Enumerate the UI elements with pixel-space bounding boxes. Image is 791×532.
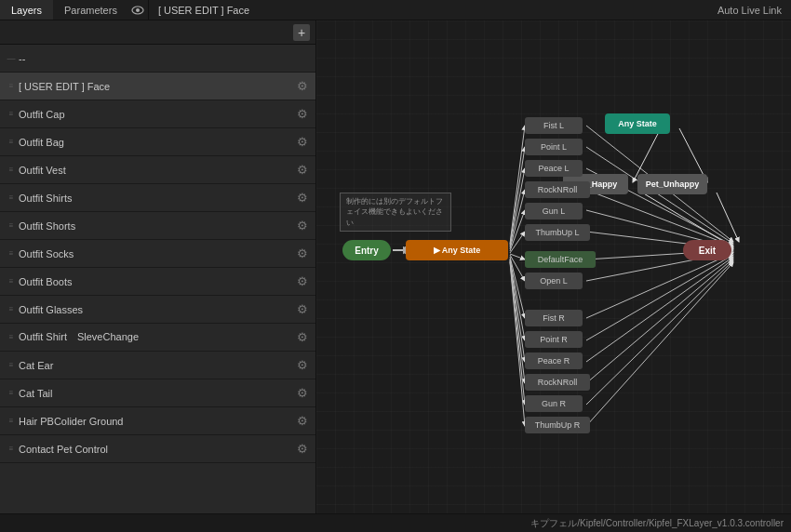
state-point-r[interactable]: Point R <box>525 331 583 348</box>
drag-handle: ≡ <box>7 268 15 295</box>
add-layer-button[interactable]: + <box>293 24 310 41</box>
gear-icon-face[interactable]: ⚙ <box>293 77 312 96</box>
state-rocknroll-r[interactable]: RockNRoll <box>525 374 590 391</box>
layer-name-outfit-vest: Outfit Vest <box>15 165 293 176</box>
drag-handle: ≡ <box>7 156 15 183</box>
svg-line-21 <box>586 190 733 246</box>
gear-icon-hair-pbcolider[interactable]: ⚙ <box>293 412 312 431</box>
drag-handle: ≡ <box>7 73 15 100</box>
drag-handle: ≡ <box>7 435 15 462</box>
gear-icon-outfit-bag[interactable]: ⚙ <box>293 133 312 152</box>
entry-node[interactable]: Entry <box>342 240 391 260</box>
gear-icon-outfit-socks[interactable]: ⚙ <box>293 245 312 263</box>
layer-name-hair-pbcolider: Hair PBColider Ground <box>15 416 293 427</box>
state-open-l[interactable]: Open L <box>525 273 583 289</box>
graph-title: [ USER EDIT ] Face <box>149 5 717 16</box>
state-block[interactable]: ▶ Any State <box>406 240 508 260</box>
svg-line-13 <box>510 259 525 340</box>
gear-icon-cat-tail[interactable]: ⚙ <box>293 384 312 403</box>
svg-line-31 <box>586 262 733 426</box>
state-rocknroll-l[interactable]: RockNRoll <box>525 181 590 198</box>
state-thumbup-r[interactable]: ThumbUp R <box>525 417 590 433</box>
drag-handle: ≡ <box>7 184 15 211</box>
state-gun-l[interactable]: Gun L <box>525 203 583 219</box>
top-bar: Layers Parameters [ USER EDIT ] Face Aut… <box>0 0 791 20</box>
tab-parameters[interactable]: Parameters <box>53 0 128 20</box>
drag-handle: ≡ <box>7 100 15 127</box>
gear-icon-outfit-glasses[interactable]: ⚙ <box>293 300 312 319</box>
auto-live-link[interactable]: Auto Live Link <box>717 5 791 16</box>
svg-point-1 <box>136 8 140 12</box>
layer-item-outfit-shirts[interactable]: ≡ Outfit Shirts ⚙ <box>0 184 315 212</box>
state-default-face[interactable]: DefaultFace <box>525 251 596 268</box>
sidebar: + — -- ≡ [ USER EDIT ] Face ⚙ ≡ Outfit C… <box>0 20 316 513</box>
gear-icon-outfit-vest[interactable]: ⚙ <box>293 161 312 180</box>
state-fist-l[interactable]: Fist L <box>525 117 583 134</box>
svg-line-26 <box>586 253 733 318</box>
drag-handle: — <box>7 54 15 63</box>
gear-icon-outfit-cap[interactable]: ⚙ <box>293 105 312 124</box>
layer-item-hair-pbcolider[interactable]: ≡ Hair PBColider Ground ⚙ <box>0 407 315 435</box>
gear-icon-contact-pet[interactable]: ⚙ <box>293 440 312 459</box>
layer-name-contact-pet: Contact Pet Control <box>15 444 293 455</box>
sidebar-toolbar: + <box>0 20 315 45</box>
drag-handle: ≡ <box>7 240 15 267</box>
layer-name-outfit-shorts: Outfit Shorts <box>15 220 293 232</box>
drag-handle: ≡ <box>7 352 15 379</box>
svg-line-27 <box>586 255 733 340</box>
drag-handle: ≡ <box>7 128 15 155</box>
eye-icon[interactable] <box>128 0 149 20</box>
layer-list: — -- ≡ [ USER EDIT ] Face ⚙ ≡ Outfit Cap… <box>0 45 315 513</box>
layer-name-outfit-shirts: Outfit Shirts <box>15 193 293 204</box>
svg-line-30 <box>586 260 733 405</box>
drag-handle: ≡ <box>7 407 15 434</box>
file-path: キプフェル/Kipfel/Controller/Kipfel_FXLayer_v… <box>530 517 784 530</box>
state-peace-r[interactable]: Peace R <box>525 352 583 369</box>
layer-name-outfit-bag: Outfit Bag <box>15 137 293 148</box>
gear-icon-outfit-shorts[interactable]: ⚙ <box>293 217 312 235</box>
layer-name-cat-ear: Cat Ear <box>15 360 293 371</box>
state-gun-r[interactable]: Gun R <box>525 395 583 412</box>
tab-layers[interactable]: Layers <box>0 0 53 20</box>
state-point-l[interactable]: Point L <box>525 139 583 155</box>
exit-node[interactable]: Exit <box>683 240 731 260</box>
gear-icon-outfit-shirts[interactable]: ⚙ <box>293 189 312 207</box>
layer-name-cat-tail: Cat Tail <box>15 388 293 399</box>
drag-handle: ≡ <box>7 324 15 351</box>
layer-item-outfit-shorts[interactable]: ≡ Outfit Shorts ⚙ <box>0 212 315 240</box>
layer-name-face: [ USER EDIT ] Face <box>15 81 293 92</box>
layer-item-cat-ear[interactable]: ≡ Cat Ear ⚙ <box>0 352 315 379</box>
drag-handle: ≡ <box>7 379 15 406</box>
drag-handle: ≡ <box>7 296 15 323</box>
layer-item-outfit-boots[interactable]: ≡ Outfit Boots ⚙ <box>0 268 315 296</box>
state-thumbup-l[interactable]: ThumbUp L <box>525 224 590 241</box>
pet-unhappy-node[interactable]: Pet_Unhappy <box>637 174 707 194</box>
layer-item-outfit-cap[interactable]: ≡ Outfit Cap ⚙ <box>0 100 315 128</box>
layer-item-outfit-shirt-sleeve[interactable]: ≡ Outfit Shirt SleveChange ⚙ <box>0 324 315 352</box>
state-fist-r[interactable]: Fist R <box>525 310 583 326</box>
svg-line-4 <box>510 126 525 244</box>
layer-item-outfit-bag[interactable]: ≡ Outfit Bag ⚙ <box>0 128 315 156</box>
main-area: + — -- ≡ [ USER EDIT ] Face ⚙ ≡ Outfit C… <box>0 20 791 513</box>
gear-icon-outfit-boots[interactable]: ⚙ <box>293 273 312 291</box>
layer-item-face[interactable]: ≡ [ USER EDIT ] Face ⚙ <box>0 73 315 100</box>
drag-handle: ≡ <box>7 212 15 239</box>
state-peace-l[interactable]: Peace L <box>525 160 583 177</box>
svg-line-29 <box>586 259 733 383</box>
svg-line-28 <box>586 257 733 362</box>
layer-item-outfit-glasses[interactable]: ≡ Outfit Glasses ⚙ <box>0 296 315 324</box>
gear-icon-cat-ear[interactable]: ⚙ <box>293 356 312 375</box>
any-state-node[interactable]: Any State <box>605 113 670 134</box>
layer-item-contact-pet[interactable]: ≡ Contact Pet Control ⚙ <box>0 435 315 463</box>
tab-bar: Layers Parameters <box>0 0 128 20</box>
gear-icon-outfit-shirt-sleeve[interactable]: ⚙ <box>293 328 312 347</box>
state-label: ▶ Any State <box>434 246 481 255</box>
node-graph[interactable]: 制作的には別のデフォルトフェイス機能できもよいください Entry ▶ Any … <box>316 20 791 513</box>
layer-item-outfit-vest[interactable]: ≡ Outfit Vest ⚙ <box>0 156 315 184</box>
layer-item-outfit-socks[interactable]: ≡ Outfit Socks ⚙ <box>0 240 315 268</box>
layer-name-separator: -- <box>15 53 312 64</box>
layer-item-separator[interactable]: — -- <box>0 45 315 73</box>
layer-item-cat-tail[interactable]: ≡ Cat Tail ⚙ <box>0 379 315 407</box>
layer-name-outfit-shirt-sleeve: Outfit Shirt SleveChange <box>15 330 293 344</box>
layer-name-outfit-boots: Outfit Boots <box>15 276 293 287</box>
